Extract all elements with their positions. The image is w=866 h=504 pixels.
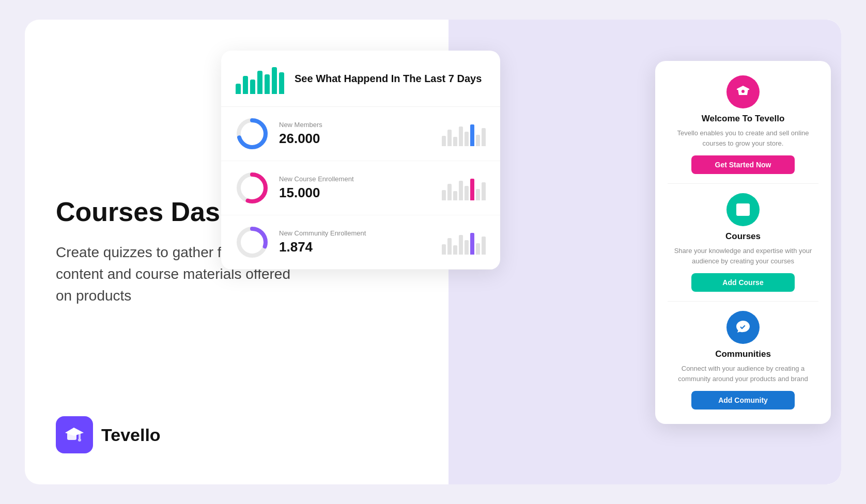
communities-title: Communities <box>715 349 771 359</box>
stat-label: New Members <box>279 121 431 129</box>
chart-bar <box>243 76 248 94</box>
header-title: See What Happend In The Last 7 Days <box>295 72 482 85</box>
stat-row: New Members 26.000 <box>221 107 500 161</box>
mini-bar <box>482 128 486 146</box>
mini-bar <box>465 186 469 200</box>
logo-area: Tevello <box>56 416 161 453</box>
chart-bar <box>250 80 255 94</box>
chart-bar <box>272 67 277 94</box>
mini-bar <box>459 235 463 255</box>
donut-chart <box>236 171 269 204</box>
stat-row: New Community Enrollement 1.874 <box>221 215 500 270</box>
mini-bar <box>453 245 457 255</box>
courses-icon <box>726 193 760 226</box>
courses-title: Courses <box>725 231 761 242</box>
mini-bar <box>476 243 480 255</box>
welcome-panel: Welcome To TevelloTevello enables you to… <box>655 61 831 424</box>
courses-desc: Share your knowledge and expertise with … <box>668 246 818 266</box>
mini-bar <box>442 136 446 146</box>
mini-bar <box>470 124 474 146</box>
mini-bar <box>447 238 452 255</box>
mini-bar <box>465 132 469 146</box>
mini-bar-chart <box>442 230 486 255</box>
communities-button[interactable]: Add Comunity <box>691 391 795 410</box>
stat-info: New Course Enrollement 15.000 <box>279 175 431 201</box>
stats-header: See What Happend In The Last 7 Days <box>221 51 500 107</box>
stat-value: 1.874 <box>279 239 431 255</box>
outer-card: Courses Dashboard Create quizzes to gath… <box>25 20 841 484</box>
logo-icon <box>56 416 93 453</box>
mini-bar <box>442 190 446 200</box>
mini-bar <box>482 237 486 255</box>
mini-bar <box>482 182 486 200</box>
mini-bar <box>442 244 446 255</box>
mini-bar <box>453 137 457 146</box>
dashboard-area: See What Happend In The Last 7 Days New … <box>221 51 521 443</box>
mini-bar <box>465 240 469 255</box>
logo-svg <box>63 423 86 446</box>
dashboard-card: See What Happend In The Last 7 Days New … <box>221 51 500 270</box>
panel-divider <box>668 301 818 302</box>
welcome-desc: Tevello enables you to create and sell o… <box>668 128 818 148</box>
svg-rect-2 <box>79 433 81 439</box>
chart-bar <box>257 71 262 94</box>
mini-bar <box>453 191 457 200</box>
stat-value: 15.000 <box>279 185 431 201</box>
stat-label: New Community Enrollement <box>279 229 431 237</box>
mini-bar <box>459 181 463 200</box>
stat-label: New Course Enrollement <box>279 175 431 183</box>
mini-bar <box>476 135 480 146</box>
stat-row: New Course Enrollement 15.000 <box>221 161 500 215</box>
mini-bar <box>470 233 474 255</box>
stat-info: New Community Enrollement 1.874 <box>279 229 431 255</box>
mini-bar <box>476 189 480 200</box>
donut-chart <box>236 226 269 259</box>
courses-button[interactable]: Add Course <box>691 273 795 292</box>
chart-bar <box>236 84 241 94</box>
stat-info: New Members 26.000 <box>279 121 431 147</box>
mini-bar-chart <box>442 121 486 146</box>
mini-bar <box>447 130 452 146</box>
svg-point-3 <box>78 438 81 442</box>
header-chart <box>236 63 284 94</box>
welcome-icon <box>726 75 760 108</box>
mini-bar-chart <box>442 176 486 200</box>
mini-bar <box>459 127 463 146</box>
communities-icon <box>726 311 760 344</box>
mini-bar <box>470 179 474 200</box>
mini-bar <box>447 184 452 200</box>
donut-chart <box>236 117 269 150</box>
panel-divider <box>668 183 818 184</box>
communities-desc: Connect with your audience by creating a… <box>668 364 818 384</box>
welcome-title: Welcome To Tevello <box>702 114 785 124</box>
logo-name: Tevello <box>101 425 161 445</box>
stat-value: 26.000 <box>279 131 431 147</box>
welcome-button[interactable]: Get Started Now <box>691 155 795 174</box>
chart-bar <box>265 74 270 94</box>
chart-bar <box>279 72 284 94</box>
